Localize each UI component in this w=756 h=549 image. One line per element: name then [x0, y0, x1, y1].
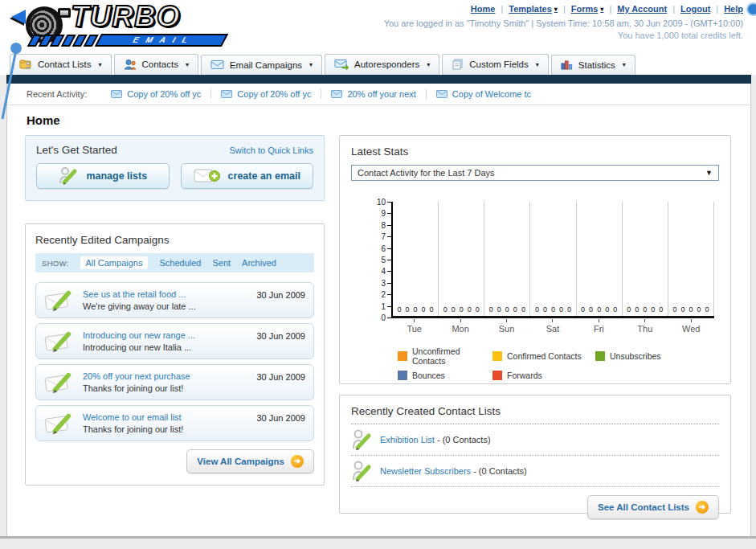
chevron-down-icon: ▾ — [554, 6, 558, 13]
tab-contacts[interactable]: Contacts ▾ — [114, 54, 198, 75]
nav-link-help[interactable]: Help — [724, 4, 743, 14]
campaign-subtitle: We're giving away our late ... — [83, 301, 196, 313]
envelope-icon — [210, 59, 224, 70]
chart-day-column: 00000 — [623, 202, 668, 316]
contact-list-link[interactable]: Newsletter Subscribers — [380, 466, 471, 476]
recently-created-contact-lists-panel: Recently Created Contact Lists Exhibitio… — [339, 395, 731, 514]
credits-status: You have 1,000 total credits left. — [384, 31, 743, 40]
legend-swatch — [398, 351, 407, 361]
people-icon — [124, 59, 137, 70]
campaign-title-link[interactable]: 20% off your next purchase — [83, 371, 190, 383]
person-pencil-icon — [351, 460, 372, 482]
tab-autoresponders[interactable]: Autoresponders ▾ — [325, 54, 439, 75]
tab-contact-lists[interactable]: Contact Lists ▾ — [10, 54, 112, 75]
folder-user-icon — [19, 59, 32, 70]
campaign-list: See us at the retail food ... We're givi… — [35, 282, 314, 441]
campaign-title-link[interactable]: Introducing our new range ... — [83, 330, 195, 342]
filter-scheduled[interactable]: Scheduled — [159, 258, 201, 268]
arrow-right-icon: ➜ — [696, 501, 709, 514]
nav-separator: | — [609, 4, 611, 14]
tab-statistics[interactable]: Statistics ▾ — [551, 55, 635, 75]
view-all-campaigns-button[interactable]: View All Campaigns ➜ — [186, 449, 314, 473]
page-title: Home — [27, 113, 750, 127]
nav-link-logout[interactable]: Logout — [680, 4, 710, 14]
zero-value-labels: 00000 — [672, 305, 709, 313]
manage-lists-label: manage lists — [86, 170, 147, 182]
y-axis-tick: 4 — [381, 268, 391, 275]
arrow-right-icon: ➜ — [291, 455, 304, 468]
zero-value-labels: 00000 — [489, 305, 525, 313]
chart-day-column: 00000 — [530, 202, 576, 316]
y-axis-tick: 9 — [381, 210, 391, 217]
person-pencil-icon — [58, 166, 79, 186]
contact-list-link[interactable]: Exhibition List — [380, 435, 435, 445]
top-nav-links: Home | Templates▾ | Forms▾ | My Account … — [384, 4, 743, 14]
main-content: Recent Activity: Copy of 20% off yc Copy… — [6, 84, 751, 536]
tab-custom-fields[interactable]: Custom Fields ▾ — [442, 54, 549, 75]
recent-activity-item[interactable]: Copy of Welcome tc — [427, 89, 541, 99]
filter-archived[interactable]: Archived — [242, 258, 276, 268]
recent-activity-item[interactable]: Copy of 20% off yc — [211, 89, 321, 99]
legend-swatch — [492, 351, 502, 361]
tab-label: Statistics — [578, 60, 615, 70]
nav-link-templates[interactable]: Templates▾ — [509, 4, 558, 14]
campaign-title-link[interactable]: Welcome to our email list — [83, 412, 183, 424]
get-started-panel: Let's Get Started Switch to Quick Links … — [25, 135, 325, 201]
corner-bubble-icon — [746, 2, 756, 16]
legend-label: Unconfirmed Contacts — [412, 346, 492, 366]
zero-value-labels: 00000 — [443, 305, 480, 313]
legend-item: Bounces — [398, 371, 492, 380]
campaign-date: 30 Jun 2009 — [256, 288, 305, 300]
tab-label: Custom Fields — [469, 59, 529, 69]
flame-shape-icon — [11, 10, 26, 24]
legend-swatch — [492, 371, 502, 380]
x-axis-label: Sat — [529, 319, 575, 334]
recent-activity-item[interactable]: Copy of 20% off yc — [101, 89, 211, 99]
recent-activity-text: Copy of Welcome tc — [452, 89, 531, 99]
legend-swatch — [595, 351, 605, 361]
nav-separator: | — [563, 4, 566, 14]
filter-sent[interactable]: Sent — [212, 258, 231, 268]
recent-activity-text: Copy of 20% off yc — [237, 89, 311, 99]
manage-lists-button[interactable]: manage lists — [36, 163, 170, 189]
contact-activity-chart: 109876543210 000000000000000000000000000… — [351, 202, 719, 334]
turbo-email-logo[interactable]: TURBO EMAIL — [8, 2, 225, 48]
campaign-subtitle: Thanks for joining our list! — [83, 383, 190, 395]
chart-area: 00000000000000000000000000000000000 TueM… — [391, 202, 714, 334]
chart-x-labels: TueMonSunSatFriThuWed — [391, 319, 714, 334]
campaign-date: 30 Jun 2009 — [256, 329, 305, 341]
nav-link-my-account[interactable]: My Account — [617, 4, 667, 14]
create-email-button[interactable]: create an email — [181, 163, 314, 189]
stats-range-select[interactable]: Contact Activity for the Last 7 Days ▼ — [351, 165, 719, 181]
nav-link-forms-label: Forms — [571, 4, 599, 14]
see-all-contact-lists-button[interactable]: See All Contact Lists ➜ — [587, 495, 719, 519]
filter-all-campaigns[interactable]: All Campaigns — [80, 256, 149, 269]
envelope-plus-icon — [194, 167, 221, 185]
y-axis-tick: 2 — [381, 291, 391, 298]
tab-email-campaigns[interactable]: Email Campaigns ▾ — [201, 55, 322, 75]
chevron-down-icon: ▾ — [186, 61, 189, 68]
y-axis-tick: 7 — [381, 233, 391, 240]
pages-icon — [452, 59, 464, 70]
chevron-down-icon: ▾ — [98, 61, 101, 68]
envelope-pencil-icon — [44, 371, 75, 395]
chart-day-column: 00000 — [393, 202, 439, 316]
contact-list-count: - (0 Contacts) — [471, 466, 527, 476]
x-axis-label: Mon — [437, 319, 483, 334]
switch-quick-links[interactable]: Switch to Quick Links — [229, 145, 313, 155]
recent-activity-item[interactable]: 20% off your next — [321, 89, 426, 99]
logo-word-turbo: TURBO — [71, 0, 181, 34]
envelope-icon — [111, 90, 122, 98]
nav-link-forms[interactable]: Forms▾ — [571, 4, 604, 14]
see-all-contact-lists-label: See All Contact Lists — [598, 502, 689, 512]
tab-label: Autoresponders — [354, 59, 419, 69]
nav-separator: | — [501, 4, 503, 14]
chevron-down-icon: ▾ — [427, 61, 430, 68]
nav-link-home[interactable]: Home — [471, 4, 496, 14]
chart-day-column: 00000 — [439, 202, 484, 316]
campaign-title-link[interactable]: See us at the retail food ... — [83, 289, 196, 301]
legend-label: Bounces — [412, 371, 445, 380]
campaign-row: Welcome to our email list Thanks for joi… — [35, 405, 314, 441]
y-axis-tick: 0 — [381, 314, 391, 322]
chart-y-axis: 109876543210 — [374, 199, 391, 322]
